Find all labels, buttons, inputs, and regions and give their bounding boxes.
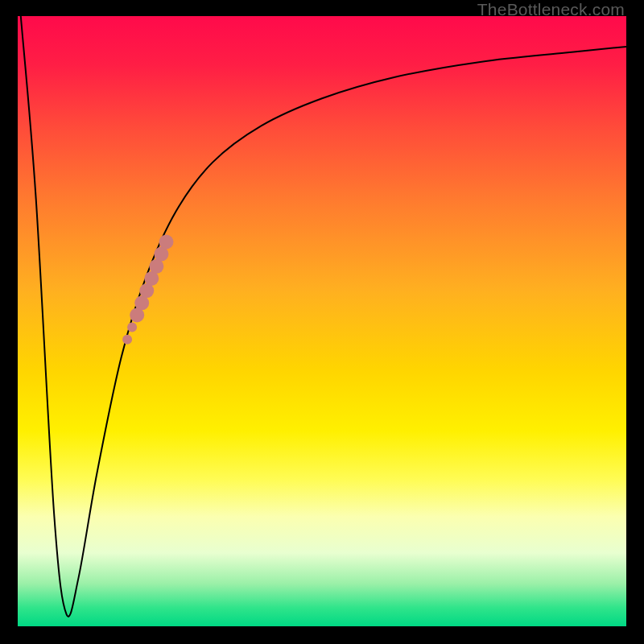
highlighted-markers	[122, 235, 173, 345]
chart-frame: TheBottleneck.com	[0, 0, 644, 644]
marker-dot	[122, 335, 132, 345]
watermark-text: TheBottleneck.com	[477, 0, 625, 19]
marker-dot	[159, 235, 174, 250]
marker-dot	[127, 323, 137, 332]
curve-layer	[18, 16, 626, 626]
plot-area	[18, 16, 626, 626]
bottleneck-curve	[21, 16, 626, 617]
